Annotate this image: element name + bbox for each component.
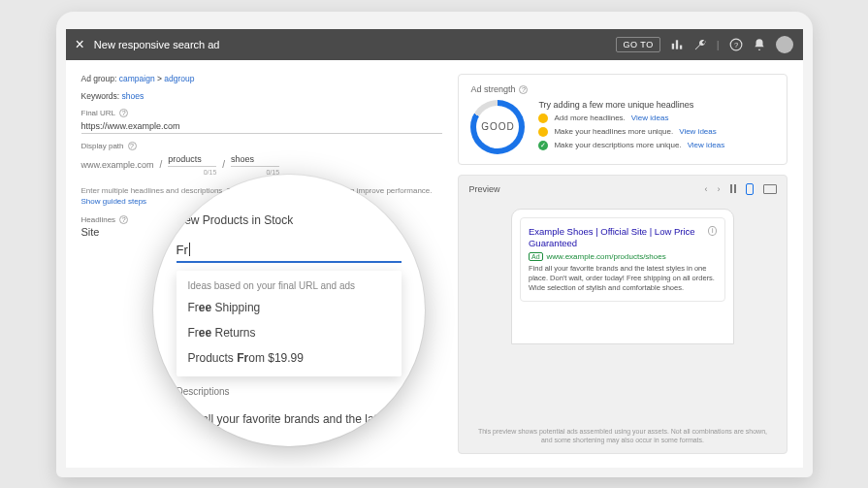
chevron-right-icon[interactable]: › bbox=[718, 184, 721, 194]
mobile-icon[interactable] bbox=[746, 183, 754, 195]
help-icon[interactable]: ? bbox=[729, 38, 743, 51]
chart-icon[interactable] bbox=[670, 38, 684, 51]
view-ideas-link[interactable]: View ideas bbox=[679, 127, 717, 136]
check-dot-icon: ✓ bbox=[538, 141, 548, 150]
warning-dot-icon bbox=[538, 114, 548, 123]
displaypath-seg2[interactable]: shoes bbox=[231, 152, 279, 167]
dropdown-header: Ideas based on your final URL and ads bbox=[177, 277, 402, 295]
ad-headline: Example Shoes | Official Site | Low Pric… bbox=[529, 226, 708, 250]
ad-strength-label: Ad strength bbox=[470, 84, 515, 94]
goto-button[interactable]: GO TO bbox=[616, 37, 659, 52]
ad-badge: Ad bbox=[529, 252, 543, 261]
adgroup-label: Ad group: bbox=[81, 74, 117, 83]
preview-label: Preview bbox=[468, 184, 499, 194]
view-ideas-link[interactable]: View ideas bbox=[688, 141, 725, 149]
descriptions-label: Descriptions bbox=[177, 386, 402, 397]
keywords-label: Keywords: bbox=[81, 91, 120, 101]
strength-ring: GOOD bbox=[470, 100, 525, 154]
strength-title: Try adding a few more unique headlines bbox=[538, 100, 774, 110]
help-icon: ? bbox=[119, 109, 128, 117]
rec-item: ✓Make your descriptions more unique. Vie… bbox=[538, 141, 774, 150]
ad-url: www.example.com/products/shoes bbox=[547, 252, 666, 261]
adgroup-link[interactable]: adgroup bbox=[164, 74, 194, 83]
displaypath-base: www.example.com bbox=[81, 160, 154, 176]
svg-rect-0 bbox=[671, 43, 673, 49]
suggestion-item[interactable]: Free Shipping bbox=[177, 295, 402, 320]
svg-rect-2 bbox=[680, 45, 682, 49]
help-icon: ? bbox=[128, 142, 137, 150]
wrench-icon[interactable] bbox=[693, 38, 707, 51]
ad-strength-card: Ad strength? GOOD Try adding a few more … bbox=[458, 74, 787, 165]
svg-text:?: ? bbox=[733, 40, 737, 49]
avatar[interactable] bbox=[776, 36, 793, 53]
headline-input[interactable]: Fr bbox=[177, 243, 402, 263]
ad-preview: Example Shoes | Official Site | Low Pric… bbox=[520, 217, 725, 302]
strength-rating: GOOD bbox=[476, 106, 519, 148]
phone-frame: Example Shoes | Official Site | Low Pric… bbox=[511, 209, 734, 344]
info-icon[interactable]: i bbox=[708, 226, 717, 236]
suggestion-item[interactable]: Products From $19.99 bbox=[177, 345, 402, 371]
pause-icon[interactable] bbox=[730, 184, 736, 193]
page-title: New responsive search ad bbox=[94, 39, 617, 50]
headlines-label: Headlines bbox=[81, 215, 116, 224]
help-icon: ? bbox=[519, 85, 528, 94]
suggestion-item[interactable]: Free Returns bbox=[177, 320, 402, 345]
show-guided-link[interactable]: Show guided steps bbox=[81, 197, 147, 206]
finalurl-label: Final URL bbox=[81, 109, 116, 117]
rec-item: Add more headlines. View ideas bbox=[538, 114, 774, 123]
view-ideas-link[interactable]: View ideas bbox=[631, 114, 669, 122]
campaign-link[interactable]: campaign bbox=[119, 74, 155, 83]
preview-footer: This preview shows potential ads assembl… bbox=[459, 419, 786, 452]
close-icon[interactable]: × bbox=[76, 36, 84, 53]
preview-panel: Preview ‹ › Example Shoes | Official Sit… bbox=[458, 175, 787, 454]
displaypath-label: Display path bbox=[81, 142, 124, 150]
finalurl-input[interactable]: https://www.example.com bbox=[81, 119, 443, 134]
keywords-value[interactable]: shoes bbox=[122, 91, 145, 101]
laptop-frame: × New responsive search ad GO TO | ? Ad … bbox=[56, 12, 813, 477]
ad-description: Find all your favorite brands and the la… bbox=[529, 264, 717, 292]
warning-dot-icon bbox=[538, 127, 548, 137]
topbar: × New responsive search ad GO TO | ? bbox=[66, 29, 803, 60]
svg-rect-1 bbox=[675, 40, 677, 49]
headline-prev[interactable]: New Products in Stock bbox=[177, 213, 402, 227]
help-icon: ? bbox=[119, 215, 128, 224]
rec-item: Make your headlines more unique. View id… bbox=[538, 127, 774, 137]
bell-icon[interactable] bbox=[753, 38, 766, 51]
suggestions-dropdown: Ideas based on your final URL and ads Fr… bbox=[177, 271, 402, 376]
desktop-icon[interactable] bbox=[763, 184, 777, 194]
chevron-left-icon[interactable]: ‹ bbox=[705, 184, 708, 194]
displaypath-seg1[interactable]: products bbox=[168, 152, 216, 167]
zoom-lens: New Products in Stock Fr Ideas based on … bbox=[153, 175, 425, 446]
